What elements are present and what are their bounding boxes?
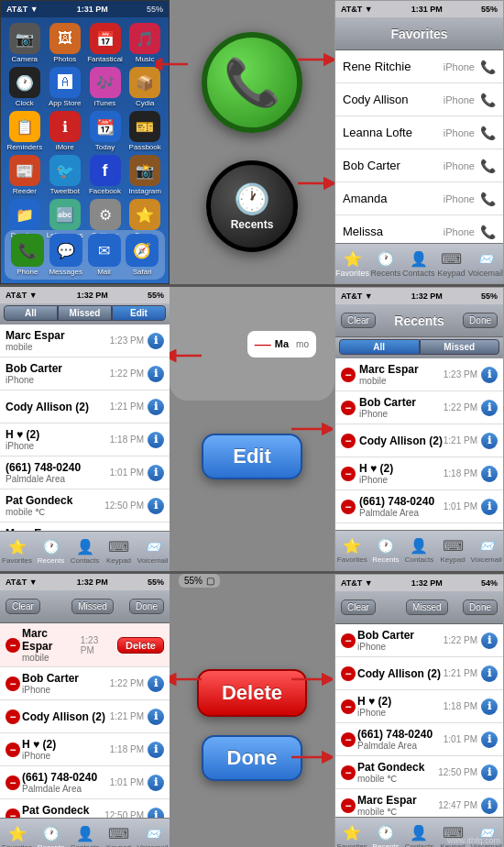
done-button[interactable]: Done <box>463 600 498 615</box>
segment-all[interactable]: All <box>4 305 58 321</box>
phone-button[interactable]: 📞 <box>202 32 302 133</box>
dock-messages[interactable]: 💬 Messages <box>49 234 82 276</box>
list-item[interactable]: − Bob Carter iPhone 1:22 PM ℹ <box>335 391 503 424</box>
delete-circle[interactable]: − <box>341 401 356 415</box>
clear-button[interactable]: Clear <box>341 313 376 328</box>
delete-confirm-button[interactable]: Delete <box>117 637 164 654</box>
list-item[interactable]: − H ♥ (2) iPhone 1:18 PM ℹ <box>335 457 503 490</box>
dock-mail[interactable]: ✉ Mail <box>88 234 121 276</box>
list-item[interactable]: Pat Gondeck mobile ℃ 12:50 PM ℹ <box>0 490 170 522</box>
list-item[interactable]: − Marc Espar mobile 1:23 PM ℹ <box>335 358 503 391</box>
delete-circle[interactable]: − <box>341 467 356 481</box>
list-item[interactable]: − Cody Allison (2) 1:21 PM ℹ <box>0 700 170 733</box>
delete-circle[interactable]: − <box>5 638 20 653</box>
list-item[interactable]: − Cody Allison (2) 1:21 PM ℹ <box>335 657 503 690</box>
clear-button[interactable]: Clear <box>341 600 376 615</box>
info-button[interactable]: ℹ <box>148 498 164 514</box>
delete-button[interactable]: Delete <box>197 669 307 717</box>
info-button[interactable]: ℹ <box>148 709 164 725</box>
info-button[interactable]: ℹ <box>481 400 498 416</box>
app-camera[interactable]: 📷 Camera <box>6 23 43 63</box>
list-item[interactable]: H ♥ (2) iPhone 1:18 PM ℹ <box>0 424 170 456</box>
tab-voicemail[interactable]: 📨 Voicemail <box>136 532 170 571</box>
info-button[interactable]: ℹ <box>148 775 164 791</box>
seg-missed[interactable]: Missed <box>420 339 500 355</box>
tab-contacts[interactable]: 👤 Contacts <box>402 244 435 283</box>
app-appstore[interactable]: 🅰 App Store <box>47 67 83 107</box>
info-button[interactable]: ℹ <box>148 333 164 349</box>
list-item[interactable]: − (661) 748-0240 Palmdale Area 1:01 PM ℹ <box>335 490 503 523</box>
done-button[interactable]: Done <box>463 313 498 328</box>
tab-contacts[interactable]: 👤 Contacts <box>68 532 102 571</box>
app-tweetbot[interactable]: 🐦 Tweetbot <box>47 155 83 195</box>
info-button[interactable]: ℹ <box>148 742 164 758</box>
done-button[interactable]: Done <box>129 599 164 614</box>
info-button[interactable]: ℹ <box>481 798 498 814</box>
tab-favorites[interactable]: ⭐ Favorites <box>335 818 369 847</box>
tab-keypad[interactable]: ⌨ Keypad <box>435 244 468 283</box>
list-item[interactable]: (661) 748-0240 Palmdale Area 1:01 PM ℹ <box>0 456 170 490</box>
list-item[interactable]: − Marc Espar mobile 1:23 PM Delete <box>0 623 170 667</box>
fav-item-leanna[interactable]: Leanna Lofte iPhone 📞 <box>335 116 503 149</box>
fav-item-bob[interactable]: Bob Carter iPhone 📞 <box>335 149 503 182</box>
info-button[interactable]: ℹ <box>148 465 164 481</box>
tab-favorites[interactable]: ⭐ Favorites <box>335 531 369 570</box>
info-button[interactable]: ℹ <box>481 732 498 748</box>
list-item[interactable]: − Pat Gondeck mobile ℃ 12:50 PM ℹ <box>335 523 503 530</box>
dock-safari[interactable]: 🧭 Safari <box>126 234 159 276</box>
app-facebook[interactable]: f Facebook <box>87 155 124 195</box>
tab-voicemail[interactable]: 📨 Voicemail <box>469 531 503 570</box>
tab-recents[interactable]: 🕐 Recents <box>34 532 68 571</box>
list-item[interactable]: − Pat Gondeck mobile ℃ 12:50 PM ℹ <box>0 799 170 818</box>
recents-button[interactable]: 🕐 Recents <box>206 160 298 252</box>
app-passbook[interactable]: 🎫 Passbook <box>126 111 163 151</box>
dock-phone[interactable]: 📞 Phone <box>11 234 44 276</box>
info-button[interactable]: ℹ <box>148 366 164 382</box>
list-item[interactable]: Bob Carter iPhone 1:22 PM ℹ <box>0 358 170 390</box>
tab-recents[interactable]: 🕐 Recents <box>369 818 403 847</box>
app-instagram[interactable]: 📸 Instagram <box>126 155 163 195</box>
fav-item-melissa[interactable]: Melissa iPhone 📞 <box>335 215 503 243</box>
info-button[interactable]: ℹ <box>481 764 498 781</box>
delete-circle[interactable]: − <box>341 368 356 382</box>
delete-circle[interactable]: − <box>341 434 356 448</box>
list-item[interactable]: − Pat Gondeck mobile ℃ 12:50 PM ℹ <box>335 756 503 789</box>
app-itunes[interactable]: 🎶 iTunes <box>87 67 124 107</box>
segment-edit[interactable]: Edit <box>112 305 166 321</box>
list-item[interactable]: − (661) 748-0240 Palmdale Area 1:01 PM ℹ <box>335 723 503 756</box>
tab-contacts[interactable]: 👤 Contacts <box>402 531 436 570</box>
list-item[interactable]: − Bob Carter iPhone 1:22 PM ℹ <box>335 624 503 657</box>
fav-item-amanda[interactable]: Amanda iPhone 📞 <box>335 182 503 215</box>
info-button[interactable]: ℹ <box>481 367 498 383</box>
seg-all[interactable]: All <box>339 339 420 355</box>
app-reminders[interactable]: 📋 Reminders <box>6 111 43 151</box>
delete-circle[interactable]: − <box>341 798 356 813</box>
list-item[interactable]: − H ♥ (2) iPhone 1:18 PM ℹ <box>335 690 503 723</box>
delete-circle[interactable]: − <box>341 699 356 714</box>
tab-recents[interactable]: 🕐 Recents <box>369 531 403 570</box>
app-fantastical[interactable]: 📅 Fantastical <box>87 23 124 63</box>
missed-button[interactable]: Missed <box>71 599 114 614</box>
info-button[interactable]: ℹ <box>148 432 164 448</box>
info-button[interactable]: ℹ <box>481 499 498 515</box>
list-item[interactable]: Marc Espar mobile ℃ 12:47 PM ℹ <box>0 522 170 531</box>
list-item[interactable]: − H ♥ (2) iPhone 1:18 PM ℹ <box>0 733 170 766</box>
fav-item-rene[interactable]: Rene Ritchie iPhone 📞 <box>335 50 503 83</box>
tab-keypad[interactable]: ⌨ Keypad <box>102 532 136 571</box>
segment-missed[interactable]: Missed <box>58 305 112 321</box>
app-reeder[interactable]: 📰 Reeder <box>6 155 43 195</box>
tab-contacts[interactable]: 👤 Contacts <box>68 819 102 847</box>
tab-voicemail[interactable]: 📨 Voicemail <box>467 244 503 283</box>
info-button[interactable]: ℹ <box>481 433 498 449</box>
list-item[interactable]: − Bob Carter iPhone 1:22 PM ℹ <box>0 667 170 700</box>
list-item[interactable]: − Marc Espar mobile ℃ 12:47 PM ℹ <box>335 789 503 817</box>
list-item[interactable]: − (661) 748-0240 Palmdale Area 1:01 PM ℹ <box>0 766 170 799</box>
delete-circle[interactable]: − <box>341 732 356 747</box>
delete-circle[interactable]: − <box>5 710 20 724</box>
info-button[interactable]: ℹ <box>481 632 498 649</box>
missed-button[interactable]: Missed <box>406 600 448 615</box>
delete-circle[interactable]: − <box>5 742 20 757</box>
delete-circle[interactable]: − <box>5 808 20 819</box>
list-item[interactable]: − Cody Allison (2) 1:21 PM ℹ <box>335 424 503 457</box>
info-button[interactable]: ℹ <box>481 698 498 715</box>
